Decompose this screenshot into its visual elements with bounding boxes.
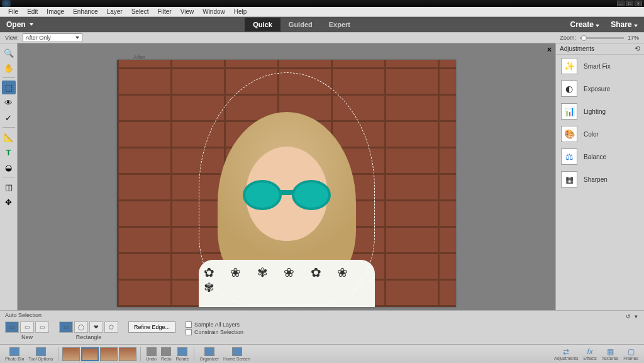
reset-icon[interactable]: ⟲ xyxy=(635,45,640,53)
create-button[interactable]: Create xyxy=(570,20,600,29)
close-tool-options-icon[interactable]: ▾ xyxy=(635,313,638,320)
menu-layer[interactable]: Layer xyxy=(103,8,127,15)
constrain-selection-checkbox[interactable] xyxy=(186,329,192,335)
menu-file[interactable]: File xyxy=(4,8,23,15)
spot-heal-tool[interactable]: ◒ xyxy=(2,160,16,174)
sample-all-layers-checkbox[interactable] xyxy=(186,321,192,328)
thumbnail[interactable] xyxy=(100,347,118,361)
adjustment-color[interactable]: 🎨 Color xyxy=(556,123,644,145)
mode-tabs: Quick Guided Expert xyxy=(245,18,358,31)
menu-window[interactable]: Window xyxy=(198,8,230,15)
selection-new-button[interactable]: ▭ xyxy=(5,321,19,333)
adjustment-smart-fix[interactable]: ✨ Smart Fix xyxy=(556,55,644,77)
minimize-button[interactable]: — xyxy=(617,1,625,6)
tab-guided[interactable]: Guided xyxy=(280,18,321,31)
lighting-icon: 📊 xyxy=(561,103,577,120)
selection-add-button[interactable]: ▭ xyxy=(20,321,34,333)
thumbnail[interactable] xyxy=(81,347,99,361)
menu-enhance[interactable]: Enhance xyxy=(69,8,102,15)
adjustments-tab[interactable]: ⇄Adjustments xyxy=(552,347,580,360)
close-document-button[interactable]: × xyxy=(547,45,552,54)
tool-options-button[interactable]: Tool Options xyxy=(27,347,54,361)
sharpen-icon: ▦ xyxy=(561,171,577,187)
tab-quick[interactable]: Quick xyxy=(245,18,280,31)
move-tool[interactable]: ✥ xyxy=(2,195,16,209)
straighten-tool[interactable]: 📐 xyxy=(2,130,16,144)
whiten-teeth-tool[interactable]: ✓ xyxy=(2,111,16,125)
adjustment-exposure[interactable]: ◐ Exposure xyxy=(556,77,644,100)
eye-tool[interactable]: 👁 xyxy=(2,96,16,109)
separator xyxy=(194,347,194,361)
shape-ellipse-button[interactable]: ◯ xyxy=(74,321,88,333)
frames-tab[interactable]: ▢Frames xyxy=(621,347,640,360)
quick-selection-tool[interactable]: ⬚ xyxy=(2,81,16,94)
zoom-slider[interactable] xyxy=(580,37,624,39)
menu-edit[interactable]: Edit xyxy=(23,8,42,15)
photo-subject xyxy=(180,99,394,307)
reset-tool-icon[interactable]: ↺ xyxy=(626,313,631,320)
open-button[interactable]: Open xyxy=(6,20,33,29)
smart-fix-icon: ✨ xyxy=(561,58,577,74)
organizer-icon xyxy=(204,347,214,356)
chevron-down-icon xyxy=(596,25,599,27)
textures-tab[interactable]: ▦Textures xyxy=(600,347,620,360)
menu-bar: File Edit Image Enhance Layer Select Fil… xyxy=(0,7,644,17)
thumbnail[interactable] xyxy=(62,347,80,361)
balance-icon: ⚖ xyxy=(561,148,577,165)
tool-options-icon xyxy=(36,347,46,356)
open-label: Open xyxy=(6,20,26,29)
zoom-tool[interactable]: 🔍 xyxy=(2,46,16,60)
separator xyxy=(58,347,58,361)
shape-polygon-button[interactable]: ⬠ xyxy=(104,321,118,333)
action-bar: Open Quick Guided Expert Create Share xyxy=(0,17,644,32)
menu-select[interactable]: Select xyxy=(127,8,153,15)
adjustment-sharpen[interactable]: ▦ Sharpen xyxy=(556,168,644,191)
thumbnail[interactable] xyxy=(119,347,136,361)
crop-tool[interactable]: ◫ xyxy=(2,180,16,194)
menu-help[interactable]: Help xyxy=(230,8,252,15)
tool-options-title: Auto Selection xyxy=(5,312,42,318)
exposure-icon: ◐ xyxy=(561,81,577,97)
checkbox-label: Sample All Layers xyxy=(194,321,240,328)
refine-edge-button[interactable]: Refine Edge... xyxy=(128,321,175,333)
rotate-button[interactable]: Rotate xyxy=(175,347,191,361)
undo-button[interactable]: Undo xyxy=(145,347,158,361)
share-button[interactable]: Share xyxy=(611,20,638,29)
textures-icon: ▦ xyxy=(604,347,616,356)
view-label: View: xyxy=(5,35,19,41)
text-tool[interactable]: T xyxy=(2,145,16,159)
close-button[interactable]: × xyxy=(635,1,642,6)
shape-rectangle-button[interactable]: ▭ xyxy=(59,321,73,333)
menu-filter[interactable]: Filter xyxy=(153,8,175,15)
frames-icon: ▢ xyxy=(625,347,636,356)
photo-thumbnails xyxy=(62,347,136,361)
effects-tab[interactable]: fxEffects xyxy=(582,347,599,360)
effects-icon: fx xyxy=(584,347,596,356)
options-bar: View: After Only Zoom: 17% xyxy=(0,32,644,43)
adjustments-panel: Adjustments ⟲ ✨ Smart Fix ◐ Exposure 📊 L… xyxy=(555,43,644,310)
chevron-down-icon xyxy=(634,25,638,27)
separator xyxy=(3,77,15,78)
redo-button[interactable]: Redo xyxy=(160,347,173,361)
taskbar: Photo Bin Tool Options Undo Redo Rotate … xyxy=(0,344,644,363)
tab-expert[interactable]: Expert xyxy=(321,18,358,31)
view-dropdown[interactable]: After Only xyxy=(23,33,82,42)
canvas-label: After xyxy=(133,54,145,60)
slider-handle[interactable] xyxy=(581,35,587,41)
adjustment-balance[interactable]: ⚖ Balance xyxy=(556,145,644,168)
photo-bin-button[interactable]: Photo Bin xyxy=(4,347,25,361)
checkbox-label: Constrain Selection xyxy=(194,329,243,335)
home-screen-button[interactable]: Home Screen xyxy=(222,347,252,361)
menu-view[interactable]: View xyxy=(176,8,199,15)
shape-label: Rectangle xyxy=(59,334,118,340)
maximize-button[interactable]: □ xyxy=(626,1,633,6)
hand-tool[interactable]: ✋ xyxy=(2,61,16,75)
shape-lasso-button[interactable]: ❤ xyxy=(89,321,103,333)
document-canvas[interactable] xyxy=(117,60,456,307)
menu-image[interactable]: Image xyxy=(42,8,69,15)
organizer-button[interactable]: Organizer xyxy=(198,347,220,361)
adjustment-lighting[interactable]: 📊 Lighting xyxy=(556,100,644,123)
chevron-down-icon xyxy=(30,23,33,26)
adjustment-label: Exposure xyxy=(584,86,610,92)
selection-subtract-button[interactable]: ▭ xyxy=(35,321,49,333)
